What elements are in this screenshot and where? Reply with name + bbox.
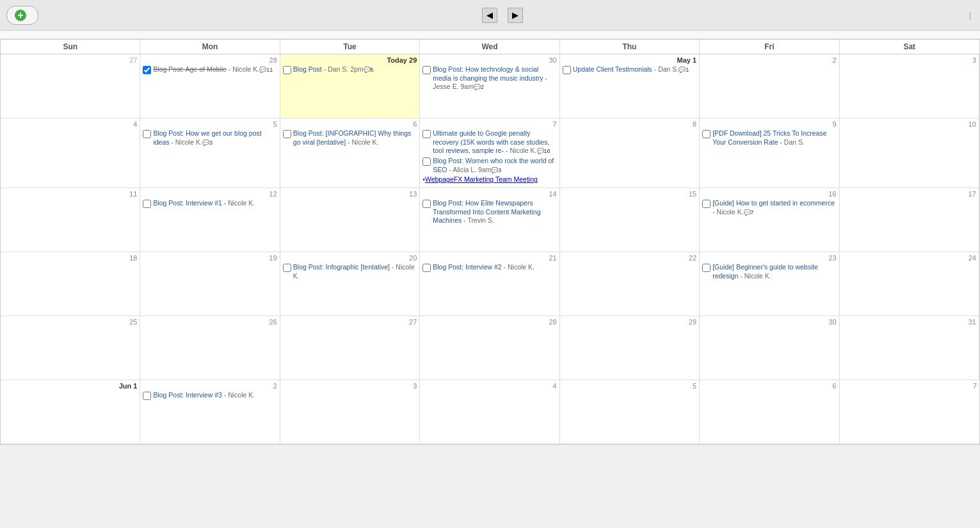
cal-cell: 26 [140,316,280,380]
event-title-link[interactable]: Blog Post: Infographic [tentative] [293,263,390,271]
event-item: [Guide] Beginner's guide to website rede… [702,263,836,280]
day-header-tue: Tue [280,40,420,54]
comment-count: 💬2 [474,84,484,92]
event-checkbox[interactable] [563,66,571,74]
next-button[interactable]: ▶ [508,8,523,23]
event-item: Blog Post: Interview #3 - Nicole K. [143,391,277,400]
cal-cell: 2 [700,54,839,118]
event-checkbox[interactable] [702,130,711,138]
calendar: SunMonTueWedThuFriSat 2728Blog Post: Age… [0,39,980,445]
event-meta: - Nicole K. [227,65,259,73]
cal-cell: 8 [560,118,700,188]
cal-cell: 25 [1,316,140,380]
cal-cell: 12Blog Post: Interview #1 - Nicole K. [140,188,280,252]
event-title-link[interactable]: Blog Post [293,65,322,73]
cal-cell: Today 29Blog Post - Dan S. 2pm 💬5 [280,54,420,118]
event-checkbox[interactable] [422,66,431,74]
event-item: Update Client Testimonials - Dan S. 💬1 [563,65,696,74]
event-title-link[interactable]: Blog Post: How technology & social media… [433,65,543,82]
cal-cell: 14Blog Post: How Elite Newspapers Transf… [420,188,559,252]
event-meta: - Dan S. 2pm [322,65,364,73]
event-meta: - Nicole K. [502,263,534,271]
event-title-link[interactable]: Blog Post: Interview #3 [153,391,221,399]
comment-count: 💬3 [491,167,501,175]
comment-count: 💬7 [744,209,754,217]
cal-cell: 22 [560,252,700,316]
event-checkbox[interactable] [422,130,431,138]
calendar-grid: 2728Blog Post: Age of Mobile - Nicole K.… [1,54,979,444]
event-meta: - Nicole K. [170,138,202,146]
cal-cell: 9[PDF Download] 25 Tricks To Increase Yo… [700,118,839,188]
cal-cell: 7 [840,380,979,444]
event-title-link[interactable]: Blog Post: Interview #1 [153,199,221,207]
cal-cell: 18 [1,252,140,316]
comment-count: 💬1 [679,67,689,74]
cal-cell: 5Blog Post: How we get our blog post ide… [140,118,280,188]
cal-cell: 20Blog Post: Infographic [tentative] - N… [280,252,420,316]
event-item: [PDF Download] 25 Tricks To Increase You… [702,129,836,147]
event-title-link[interactable]: Blog Post: Interview #2 [433,263,501,271]
event-meta: - Nicole K. [504,147,536,154]
event-meta: - Nicole K. [222,199,255,207]
day-header-thu: Thu [560,40,700,54]
event-item: Blog Post: Infographic [tentative] - Nic… [283,263,417,280]
event-item: Blog Post: Interview #1 - Nicole K. [143,199,277,208]
event-title-link[interactable]: Blog Post: Age of Mobile [153,65,226,73]
cal-cell: 30Blog Post: How technology & social med… [420,54,559,118]
event-checkbox[interactable] [283,66,291,74]
event-meta: - Nicole K. [346,138,378,146]
cal-cell: 5 [560,380,700,444]
event-checkbox[interactable] [702,200,711,208]
event-title-link[interactable]: Update Client Testimonials [573,65,652,73]
cal-cell: 13 [280,188,420,252]
cal-cell: 31 [840,316,979,380]
event-item: Blog Post - Dan S. 2pm 💬5 [283,65,417,74]
header: + ◀ ▶ | [0,0,980,31]
day-header-mon: Mon [140,40,280,54]
event-checkbox[interactable] [422,264,431,272]
day-header-fri: Fri [700,40,839,54]
event-meta: - Dan S. [778,138,804,146]
cal-cell: 7Ultimate guide to Google penalty recove… [420,118,559,188]
add-event-button[interactable]: + [6,6,38,25]
event-checkbox[interactable] [283,130,291,138]
event-meta: - Nicole K. [222,391,255,399]
cal-cell: 3 [840,54,979,118]
event-meta: - Trevin S. [462,216,494,224]
event-checkbox[interactable] [283,264,291,272]
event-item: Blog Post: How Elite Newspapers Transfor… [422,199,556,225]
event-title-link[interactable]: [PDF Download] 25 Tricks To Increase You… [712,129,826,146]
event-checkbox[interactable] [422,157,431,166]
cal-cell: 27 [1,54,140,118]
comment-count: 💬5 [364,67,374,74]
cal-cell: 3 [280,380,420,444]
plus-icon: + [15,10,26,21]
event-title-link[interactable]: WebpageFX Marketing Team Meeting [425,175,538,184]
event-checkbox[interactable] [143,66,151,74]
comment-count: 💬16 [537,148,550,156]
cal-cell: 27 [280,316,420,380]
event-meta: - Nicole K. [712,208,743,216]
event-title-link[interactable]: [Guide] How to get started in ecommerce [712,199,835,207]
event-item: Blog Post: How we get our blog post idea… [143,129,277,147]
event-checkbox[interactable] [143,392,151,400]
cal-cell: 6 [700,380,839,444]
nav-center: ◀ ▶ [482,8,523,23]
cal-cell: 11 [1,188,140,252]
cal-cell: 28Blog Post: Age of Mobile - Nicole K. 💬… [140,54,280,118]
event-checkbox[interactable] [143,130,151,138]
prev-button[interactable]: ◀ [482,8,497,23]
event-checkbox[interactable] [702,264,711,272]
comment-count: 💬3 [202,140,213,147]
calendar-header: SunMonTueWedThuFriSat [1,40,979,54]
day-header-wed: Wed [420,40,559,54]
cal-cell: 19 [140,252,280,316]
cal-cell: 4 [420,380,559,444]
cal-cell: May 1Update Client Testimonials - Dan S.… [560,54,700,118]
event-item: Blog Post: Women who rock the world of S… [422,157,556,174]
event-checkbox[interactable] [143,200,151,208]
event-item: Blog Post: How technology & social media… [422,65,556,92]
event-checkbox[interactable] [422,200,431,208]
cal-cell: 15 [560,188,700,252]
cal-cell: 6Blog Post: [INFOGRAPHIC] Why things go … [280,118,420,188]
